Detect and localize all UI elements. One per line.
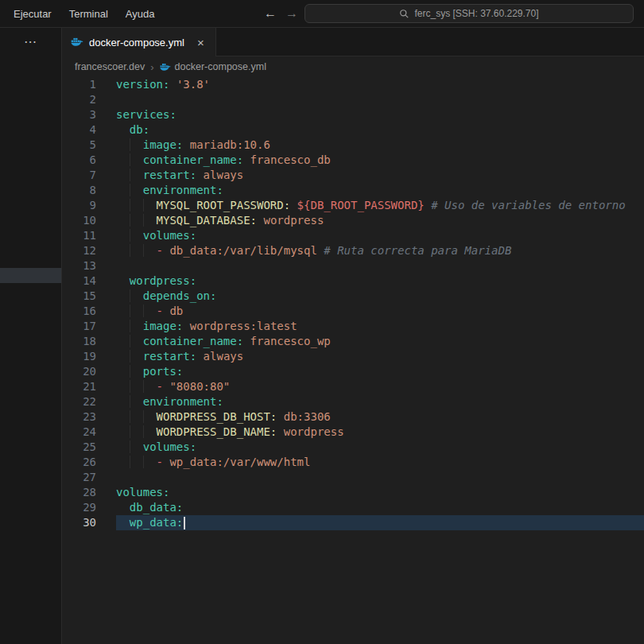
code-line-21[interactable]: 21 - "8080:80" [62, 379, 644, 394]
code-line-25[interactable]: 25 volumes: [62, 440, 644, 455]
code-line-4[interactable]: 4 db: [62, 122, 644, 138]
more-actions-icon[interactable]: ⋯ [0, 34, 61, 49]
line-number: 18 [62, 334, 96, 349]
code-line-16[interactable]: 16 - db [62, 304, 644, 319]
line-number: 5 [62, 138, 96, 153]
line-number: 24 [62, 425, 96, 440]
code-text: services: [116, 107, 644, 122]
line-number: 3 [62, 107, 96, 122]
code-text: - wp_data:/var/www/html [116, 455, 644, 470]
code-line-14[interactable]: 14 wordpress: [62, 274, 644, 289]
line-number: 1 [62, 77, 96, 92]
code-text: restart: always [116, 168, 644, 183]
code-line-3[interactable]: 3services: [62, 107, 644, 122]
breadcrumb-file[interactable]: docker-compose.yml [175, 61, 266, 72]
line-number: 27 [62, 470, 96, 485]
code-text: environment: [116, 394, 644, 409]
code-text: - db_data:/var/lib/mysql # Ruta correcta… [116, 243, 644, 258]
line-number: 25 [62, 440, 96, 455]
line-number: 28 [62, 485, 96, 500]
workbench: ⋯ docker-compose.yml × [0, 28, 644, 644]
line-number: 2 [62, 92, 96, 107]
code-line-17[interactable]: 17 image: wordpress:latest [62, 319, 644, 334]
menu-ejecutar[interactable]: Ejecutar [5, 4, 60, 24]
code-line-26[interactable]: 26 - wp_data:/var/www/html [62, 455, 644, 470]
command-center-search[interactable]: ferc_sys [SSH: 37.60.229.70] [305, 4, 634, 23]
code-text: ports: [116, 364, 644, 379]
code-text: wp_data: [116, 515, 644, 530]
code-text: - "8080:80" [116, 379, 644, 394]
code-text: volumes: [116, 228, 644, 243]
line-number: 15 [62, 289, 96, 304]
code-line-5[interactable]: 5 image: mariadb:10.6 [62, 138, 644, 153]
docker-icon [71, 37, 83, 47]
line-number: 17 [62, 319, 96, 334]
sidebar: ⋯ [0, 28, 62, 644]
code-line-11[interactable]: 11 volumes: [62, 228, 644, 243]
code-line-10[interactable]: 10 MYSQL_DATABASE: wordpress [62, 213, 644, 228]
code-text: depends_on: [116, 289, 644, 304]
editor-lines: 1version: '3.8'23services:4 db:5 image: … [62, 77, 644, 530]
line-number: 8 [62, 183, 96, 198]
code-text: container_name: francesco_db [116, 153, 644, 168]
code-line-28[interactable]: 28volumes: [62, 485, 644, 500]
code-text: volumes: [116, 485, 644, 500]
code-line-27[interactable]: 27 [62, 470, 644, 485]
code-line-30[interactable]: 30 wp_data: [62, 515, 644, 530]
menu-ayuda[interactable]: Ayuda [117, 4, 164, 24]
line-number: 20 [62, 364, 96, 379]
code-line-18[interactable]: 18 container_name: francesco_wp [62, 334, 644, 349]
code-text: restart: always [116, 349, 644, 364]
window-title-ssh: ferc_sys [SSH: 37.60.229.70] [414, 8, 538, 19]
line-number: 9 [62, 198, 96, 213]
docker-icon [160, 63, 171, 72]
tab-label: docker-compose.yml [89, 37, 184, 48]
back-arrow-icon[interactable]: ← [264, 7, 277, 20]
line-number: 23 [62, 409, 96, 425]
editor[interactable]: 1version: '3.8'23services:4 db:5 image: … [62, 77, 644, 644]
code-line-20[interactable]: 20 ports: [62, 364, 644, 379]
breadcrumb-folder[interactable]: francescoer.dev [75, 61, 145, 72]
tab-docker-compose[interactable]: docker-compose.yml × [62, 28, 216, 56]
code-line-9[interactable]: 9 MYSQL_ROOT_PASSWORD: ${DB_ROOT_PASSWOR… [62, 198, 644, 213]
code-line-24[interactable]: 24 WORDPRESS_DB_NAME: wordpress [62, 425, 644, 440]
code-line-2[interactable]: 2 [62, 92, 644, 107]
code-line-13[interactable]: 13 [62, 258, 644, 274]
code-line-6[interactable]: 6 container_name: francesco_db [62, 153, 644, 168]
line-number: 11 [62, 228, 96, 243]
code-line-15[interactable]: 15 depends_on: [62, 289, 644, 304]
code-text: WORDPRESS_DB_HOST: db:3306 [116, 409, 644, 425]
code-text: environment: [116, 183, 644, 198]
code-text: image: wordpress:latest [116, 319, 644, 334]
code-line-7[interactable]: 7 restart: always [62, 168, 644, 183]
editor-group: docker-compose.yml × francescoer.dev › d… [62, 28, 644, 644]
code-text: - db [116, 304, 644, 319]
line-number: 10 [62, 213, 96, 228]
line-number: 21 [62, 379, 96, 394]
forward-arrow-icon[interactable]: → [285, 7, 298, 20]
line-number: 26 [62, 455, 96, 470]
code-line-23[interactable]: 23 WORDPRESS_DB_HOST: db:3306 [62, 409, 644, 425]
code-line-12[interactable]: 12 - db_data:/var/lib/mysql # Ruta corre… [62, 243, 644, 258]
menu-terminal[interactable]: Terminal [60, 4, 117, 24]
code-text: db_data: [116, 500, 644, 515]
menubar: Ejecutar Terminal Ayuda [5, 4, 163, 24]
code-text: version: '3.8' [116, 77, 644, 92]
code-line-1[interactable]: 1version: '3.8' [62, 77, 644, 92]
sidebar-highlight [0, 268, 61, 283]
line-number: 19 [62, 349, 96, 364]
history-navigation: ← → [264, 0, 298, 27]
code-line-22[interactable]: 22 environment: [62, 394, 644, 409]
line-number: 7 [62, 168, 96, 183]
code-line-8[interactable]: 8 environment: [62, 183, 644, 198]
search-icon [399, 9, 409, 19]
code-text: volumes: [116, 440, 644, 455]
code-line-19[interactable]: 19 restart: always [62, 349, 644, 364]
line-number: 6 [62, 153, 96, 168]
close-tab-icon[interactable]: × [195, 36, 207, 49]
line-number: 12 [62, 243, 96, 258]
code-text [116, 92, 644, 107]
code-line-29[interactable]: 29 db_data: [62, 500, 644, 515]
line-number: 22 [62, 394, 96, 409]
code-text: WORDPRESS_DB_NAME: wordpress [116, 425, 644, 440]
